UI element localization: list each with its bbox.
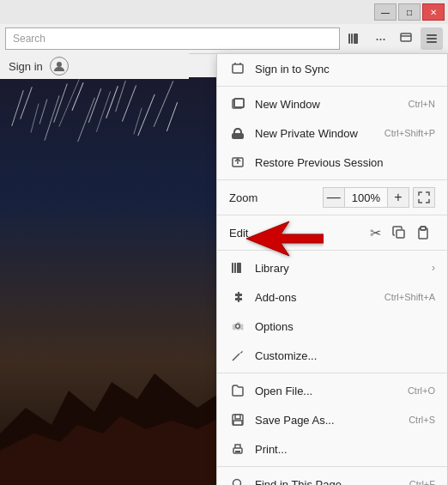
menu-item-restore[interactable]: Restore Previous Session	[217, 148, 447, 177]
cut-button[interactable]: ✂	[363, 222, 387, 243]
svg-rect-5	[427, 34, 437, 36]
new-window-label: New Window	[255, 98, 402, 111]
menu-item-customize[interactable]: Customize...	[217, 341, 447, 370]
new-window-icon	[229, 95, 246, 112]
options-icon	[229, 318, 246, 335]
zoom-value: 100%	[345, 187, 387, 208]
zoom-expand-button[interactable]	[413, 187, 435, 208]
restore-label: Restore Previous Session	[255, 156, 435, 169]
edit-row: Edit ✂	[217, 218, 447, 247]
find-shortcut: Ctrl+F	[409, 479, 435, 485]
svg-point-34	[233, 480, 241, 486]
divider-6	[217, 466, 447, 467]
dropdown-menu: Sign in to Sync New Window Ctrl+N New Pr…	[216, 53, 448, 485]
svg-rect-24	[234, 263, 236, 273]
title-bar: — □ ✕	[0, 0, 448, 24]
divider-3	[217, 215, 447, 215]
avatar	[50, 57, 69, 76]
svg-rect-2	[354, 33, 358, 44]
find-label: Find in This Page...	[255, 478, 403, 486]
svg-point-8	[57, 62, 62, 67]
overflow-icon[interactable]: ···	[369, 27, 391, 50]
signin-label: Sign in	[9, 60, 43, 73]
search-placeholder: Search	[13, 33, 45, 45]
menu-item-options[interactable]: Options	[217, 312, 447, 341]
menu-item-addons[interactable]: Add-ons Ctrl+Shift+A	[217, 282, 447, 312]
signin-area[interactable]: Sign in	[0, 53, 189, 79]
close-button[interactable]: ✕	[422, 3, 445, 21]
menu-item-print[interactable]: Print...	[217, 434, 447, 464]
addons-shortcut: Ctrl+Shift+A	[384, 292, 435, 302]
svg-rect-1	[351, 33, 353, 44]
find-icon	[229, 476, 246, 485]
divider-2	[217, 179, 447, 180]
library-menu-icon	[229, 259, 246, 276]
svg-rect-19	[397, 230, 404, 238]
menu-item-private-window[interactable]: New Private Window Ctrl+Shift+P	[217, 118, 447, 148]
options-label: Options	[255, 320, 435, 333]
minimize-button[interactable]: —	[374, 3, 397, 21]
toolbar: Search ···	[0, 24, 448, 54]
svg-rect-23	[232, 263, 233, 273]
paste-button[interactable]	[411, 222, 435, 243]
hamburger-menu-icon[interactable]	[421, 27, 443, 50]
svg-rect-6	[427, 38, 437, 39]
svg-rect-11	[233, 64, 243, 73]
library-arrow: ›	[432, 262, 435, 274]
private-window-icon	[229, 124, 246, 142]
save-page-label: Save Page As...	[255, 414, 402, 427]
print-label: Print...	[255, 443, 435, 456]
private-window-shortcut: Ctrl+Shift+P	[384, 128, 435, 138]
svg-rect-33	[235, 451, 240, 452]
open-file-shortcut: Ctrl+O	[408, 385, 435, 396]
addons-icon	[229, 288, 246, 306]
menu-item-find[interactable]: Find in This Page... Ctrl+F	[217, 470, 447, 485]
menu-item-library[interactable]: Library ›	[217, 253, 447, 282]
menu-item-new-window[interactable]: New Window Ctrl+N	[217, 89, 447, 118]
svg-rect-15	[234, 99, 244, 107]
menu-item-save-page[interactable]: Save Page As... Ctrl+S	[217, 405, 447, 434]
window-controls: — □ ✕	[374, 3, 445, 21]
customize-icon	[229, 347, 246, 364]
zoom-row: Zoom — 100% +	[217, 183, 447, 212]
save-page-shortcut: Ctrl+S	[409, 415, 435, 425]
print-icon	[229, 440, 246, 458]
private-window-label: New Private Window	[255, 127, 378, 140]
zoom-plus-button[interactable]: +	[387, 187, 409, 208]
sync-label: Sign in to Sync	[255, 63, 435, 76]
svg-rect-7	[427, 41, 437, 43]
divider-4	[217, 250, 447, 251]
library-icon[interactable]	[343, 27, 366, 50]
menu-item-open-file[interactable]: Open File... Ctrl+O	[217, 376, 447, 405]
menu-item-sync[interactable]: Sign in to Sync	[217, 54, 447, 83]
open-file-icon	[229, 382, 246, 399]
maximize-button[interactable]: □	[398, 3, 421, 21]
divider-5	[217, 373, 447, 373]
svg-rect-3	[401, 33, 411, 41]
new-window-shortcut: Ctrl+N	[409, 99, 435, 109]
copy-button[interactable]	[387, 222, 411, 243]
zoom-label: Zoom	[229, 191, 323, 204]
zoom-minus-button[interactable]: —	[323, 187, 345, 208]
divider-1	[217, 86, 447, 87]
addons-label: Add-ons	[255, 291, 378, 304]
tab-switcher-icon[interactable]	[395, 27, 417, 50]
sync-icon	[229, 60, 246, 77]
search-input[interactable]: Search	[5, 27, 340, 50]
edit-label: Edit	[229, 227, 363, 239]
library-label: Library	[255, 262, 428, 275]
save-page-icon	[229, 411, 246, 428]
open-file-label: Open File...	[255, 385, 401, 397]
svg-line-26	[233, 354, 239, 361]
svg-rect-25	[237, 263, 241, 273]
customize-label: Customize...	[255, 349, 435, 362]
toolbar-icons: ···	[343, 27, 443, 50]
restore-icon	[229, 154, 246, 171]
svg-rect-0	[348, 33, 350, 44]
